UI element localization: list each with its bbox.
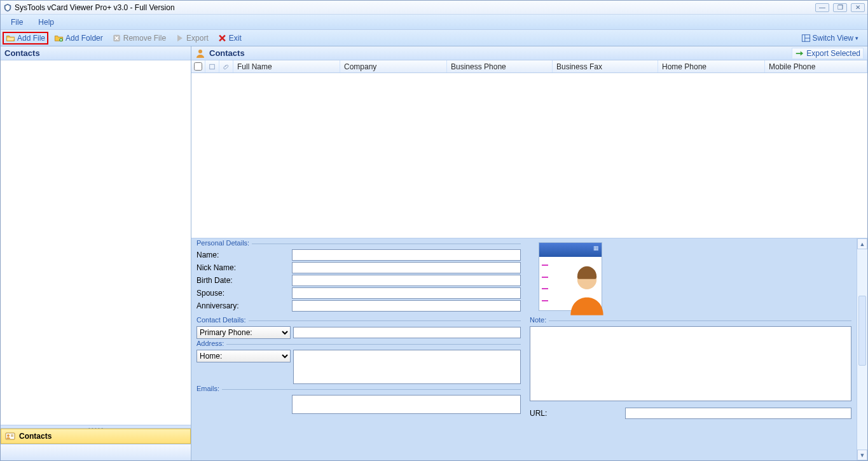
avatar-icon: [565, 263, 609, 315]
label-anniversary: Anniversary:: [196, 301, 292, 310]
contacts-grid[interactable]: [191, 73, 867, 238]
input-nickname[interactable]: [292, 262, 521, 273]
x-icon: [217, 34, 227, 43]
label-nickname: Nick Name:: [196, 263, 292, 272]
legend-emails: Emails:: [196, 385, 222, 392]
note-group: Note:: [530, 320, 851, 401]
input-emails[interactable]: [292, 395, 521, 414]
scroll-down-icon[interactable]: ▼: [857, 450, 867, 460]
paperclip-icon: [223, 63, 229, 71]
play-icon: [175, 34, 184, 43]
scroll-up-icon[interactable]: ▲: [857, 238, 867, 249]
legend-address: Address:: [196, 340, 226, 347]
input-primary-phone[interactable]: [293, 327, 521, 338]
input-name[interactable]: [292, 249, 521, 261]
svg-point-9: [198, 50, 202, 53]
export-selected-button[interactable]: Export Selected: [792, 48, 864, 59]
menu-file[interactable]: File: [4, 17, 29, 28]
col-fullname[interactable]: Full Name: [233, 60, 340, 72]
category-contacts-label: Contacts: [19, 432, 52, 441]
label-birthdate: Birth Date:: [196, 276, 292, 285]
col-icon[interactable]: [205, 60, 219, 72]
exit-label: Exit: [229, 34, 242, 43]
legend-personal: Personal Details:: [196, 239, 252, 247]
left-panel: Contacts • • • • • Contacts: [1, 46, 191, 460]
add-file-label: Add File: [17, 34, 45, 43]
input-note[interactable]: [530, 326, 851, 401]
svg-point-6: [7, 434, 10, 437]
grid-header: Full Name Company Business Phone Busines…: [191, 60, 867, 73]
window-title: SysTools vCard Viewer Pro+ v3.0 - Full V…: [15, 3, 175, 12]
toolbar: Add File Add Folder Remove File Export E…: [1, 30, 867, 46]
folder-add-icon: [54, 34, 64, 43]
input-spouse[interactable]: [292, 287, 521, 299]
select-all-checkbox[interactable]: [194, 62, 202, 71]
page-icon: [209, 63, 215, 71]
input-url[interactable]: [625, 408, 851, 419]
select-address-type[interactable]: Home:: [196, 350, 291, 362]
emails-group: Emails:: [196, 389, 521, 414]
person-icon: [195, 48, 205, 58]
export-label: Export: [186, 34, 209, 43]
arrow-right-icon: [795, 49, 804, 58]
svg-rect-10: [210, 64, 215, 69]
add-file-button[interactable]: Add File: [3, 32, 48, 44]
contact-details-group: Contact Details: Primary Phone:: [196, 320, 521, 339]
right-panel-title: Contacts: [209, 48, 245, 58]
add-folder-label: Add Folder: [65, 34, 103, 43]
scroll-thumb[interactable]: [858, 296, 866, 366]
maximize-button[interactable]: ❐: [833, 3, 847, 12]
menu-bar: File Help: [1, 15, 867, 30]
details-scrollbar[interactable]: ▲ ▼: [857, 238, 867, 460]
left-panel-header: Contacts: [1, 46, 191, 60]
col-mobile-phone[interactable]: Mobile Phone: [765, 60, 867, 72]
remove-icon: [112, 34, 121, 43]
switch-view-button[interactable]: Switch View ▾: [799, 32, 861, 44]
col-home-phone[interactable]: Home Phone: [658, 60, 765, 72]
col-checkbox[interactable]: [191, 60, 205, 72]
category-contacts[interactable]: Contacts: [1, 429, 191, 444]
close-button[interactable]: ✕: [851, 3, 865, 12]
export-selected-label: Export Selected: [806, 49, 860, 58]
label-name: Name:: [196, 251, 292, 259]
left-panel-footer: [1, 444, 191, 460]
col-company[interactable]: Company: [340, 60, 447, 72]
minimize-button[interactable]: —: [815, 3, 829, 12]
input-anniversary[interactable]: [292, 300, 521, 312]
remove-file-label: Remove File: [123, 34, 166, 43]
app-icon: [3, 3, 12, 12]
details-pane: Personal Details: Name: Nick Name: Birth…: [191, 238, 857, 460]
label-spouse: Spouse:: [196, 289, 292, 298]
address-group: Address: Home:: [196, 344, 521, 384]
legend-note: Note:: [530, 316, 549, 324]
input-address[interactable]: [293, 350, 521, 384]
export-button[interactable]: Export: [172, 32, 211, 44]
avatar-card: ▦: [539, 242, 602, 311]
title-bar: SysTools vCard Viewer Pro+ v3.0 - Full V…: [1, 1, 867, 15]
contact-card-icon: [5, 431, 15, 441]
right-panel-header: Contacts Export Selected: [191, 46, 867, 60]
input-birthdate[interactable]: [292, 275, 521, 286]
label-url: URL:: [530, 409, 625, 418]
col-business-fax[interactable]: Business Fax: [553, 60, 658, 72]
personal-details-group: Personal Details: Name: Nick Name: Birth…: [196, 244, 521, 312]
chevron-down-icon: ▾: [855, 35, 858, 41]
select-primary-phone[interactable]: Primary Phone:: [196, 326, 291, 339]
switch-view-label: Switch View: [813, 34, 853, 43]
exit-button[interactable]: Exit: [215, 32, 244, 44]
layout-icon: [801, 34, 811, 43]
remove-file-button[interactable]: Remove File: [109, 32, 169, 44]
menu-help[interactable]: Help: [32, 17, 60, 28]
folder-open-icon: [6, 34, 15, 43]
add-folder-button[interactable]: Add Folder: [52, 32, 106, 44]
col-attachment[interactable]: [219, 60, 233, 72]
col-business-phone[interactable]: Business Phone: [447, 60, 553, 72]
folder-tree[interactable]: [1, 60, 191, 425]
legend-contact: Contact Details:: [196, 316, 249, 324]
